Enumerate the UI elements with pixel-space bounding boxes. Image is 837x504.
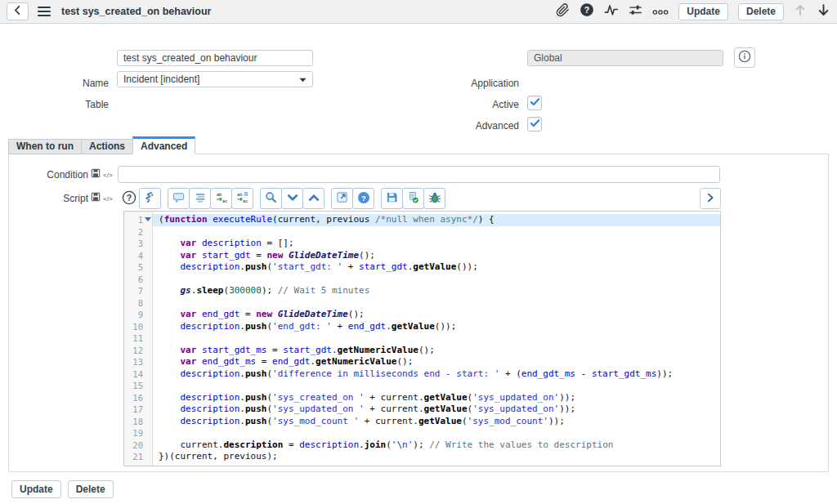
replace-all-button[interactable]: abac [231, 188, 253, 209]
open-window-icon [336, 191, 348, 206]
header-delete-button[interactable]: Delete [738, 3, 784, 20]
more-options-button[interactable] [652, 4, 669, 19]
line-number: 9 [124, 309, 152, 321]
code-line[interactable] [153, 427, 720, 439]
editor-help-button[interactable]: ? [352, 188, 374, 209]
code-line[interactable]: })(current, previous); [153, 451, 720, 463]
code-line[interactable]: (function executeRule(current, previous … [153, 214, 720, 226]
format-code-button[interactable] [189, 188, 211, 209]
table-select[interactable]: Incident [incident] [117, 71, 313, 87]
code-line[interactable]: var end_gdt = new GlideDateTime(); [153, 309, 720, 321]
context-menu-button[interactable] [36, 5, 52, 19]
header-update-button[interactable]: Update [678, 3, 728, 20]
expand-toolbar-button[interactable] [700, 188, 721, 209]
comment-button[interactable] [168, 188, 190, 209]
find-previous-icon [308, 192, 320, 206]
script-label: Script </> [15, 192, 116, 204]
svg-text:ac: ac [222, 198, 227, 203]
checkmark-icon [529, 96, 541, 111]
debug-icon [428, 191, 441, 207]
tab-actions[interactable]: Actions [81, 139, 133, 154]
open-window-button[interactable] [331, 188, 353, 209]
header-actions: ? Update Delete [556, 2, 830, 20]
save-icon [386, 191, 398, 206]
line-number: 14 [124, 368, 152, 381]
line-number: 15 [124, 380, 152, 392]
code-line[interactable]: description.push('sys_updated_on ' + cur… [153, 404, 720, 416]
arrow-down-button[interactable] [817, 3, 830, 20]
help-outline-button[interactable]: ? [118, 188, 140, 209]
name-input[interactable] [117, 50, 313, 66]
code-line[interactable]: description.push('end_gdt: ' + end_gdt.g… [153, 321, 720, 333]
arrow-down-icon [817, 3, 830, 20]
line-number: 10 [124, 321, 152, 333]
line-number: 19 [124, 427, 152, 439]
condition-label: Condition </> [15, 168, 116, 181]
tab-when-to-run[interactable]: When to run [8, 139, 82, 154]
advanced-checkbox[interactable] [527, 117, 542, 132]
advanced-label: Advanced [419, 120, 519, 132]
code-line[interactable] [153, 332, 720, 345]
name-label: Name [9, 78, 109, 89]
arrow-up-button[interactable] [794, 3, 807, 20]
line-number-gutter: 123456789101112131415161718192021 [124, 212, 153, 466]
debug-button[interactable] [423, 188, 445, 209]
replace-button[interactable]: abac [210, 188, 232, 209]
tab-advanced[interactable]: Advanced [132, 136, 195, 154]
line-number: 12 [124, 345, 152, 357]
code-line[interactable]: description.push('difference in millisec… [153, 368, 720, 381]
active-label: Active [419, 99, 519, 110]
form-fields: Name Table Incident [incident] Applicati… [0, 24, 837, 139]
line-number: 13 [124, 356, 152, 368]
svg-text:?: ? [361, 193, 366, 202]
svg-text:ac: ac [243, 198, 248, 203]
help-button[interactable]: ? [580, 2, 594, 20]
svg-text:ab: ab [237, 192, 242, 197]
save-button[interactable] [381, 188, 403, 209]
code-line[interactable]: description.push('start_gdt: ' + start_g… [153, 261, 720, 274]
tab-strip: When to runActionsAdvanced [8, 139, 195, 154]
fold-arrow-icon[interactable] [145, 217, 151, 221]
syntax-check-icon [407, 191, 419, 206]
toolbar-group [381, 188, 445, 209]
code-line[interactable] [153, 297, 720, 310]
code-line[interactable]: description.push('sys_created_on ' + cur… [153, 392, 720, 404]
application-info-button[interactable] [734, 47, 755, 68]
personalize-button[interactable] [629, 3, 642, 20]
code-line[interactable] [153, 380, 720, 392]
line-number: 11 [124, 332, 152, 345]
activity-button[interactable] [604, 2, 619, 20]
attachment-button[interactable] [556, 3, 570, 20]
replace-icon: abac [215, 191, 227, 206]
find-next-button[interactable] [281, 188, 303, 209]
record-title: test sys_created_on behaviour [61, 6, 211, 17]
condition-input[interactable] [118, 166, 720, 183]
line-number: 20 [124, 439, 152, 452]
line-number: 2 [124, 226, 152, 239]
footer-update-button[interactable]: Update [11, 480, 61, 498]
syntax-check-button[interactable] [402, 188, 424, 209]
code-line[interactable]: current.description = description.join('… [153, 439, 720, 452]
code-line[interactable]: var description = []; [153, 238, 720, 250]
script-toolbar: ?abacabac? [118, 188, 445, 209]
toolbar-group [260, 188, 325, 209]
application-input [527, 50, 723, 66]
script-editor[interactable]: 123456789101112131415161718192021 (funct… [123, 211, 721, 466]
back-button[interactable] [7, 2, 29, 20]
expand-chevron-icon [705, 192, 716, 206]
active-checkbox[interactable] [527, 96, 542, 110]
code-line[interactable]: var end_gdt_ms = end_gdt.getNumericValue… [153, 356, 720, 368]
application-label: Application [419, 78, 519, 89]
code-area[interactable]: (function executeRule(current, previous … [153, 212, 720, 466]
footer-delete-button[interactable]: Delete [68, 480, 114, 498]
code-line[interactable]: description.push('sys_mod_count ' + curr… [153, 416, 720, 428]
advanced-tab-panel: Condition </> Script </> ?abacabac? 1234… [8, 154, 829, 472]
code-line[interactable]: var start_gdt_ms = start_gdt.getNumericV… [153, 345, 720, 357]
code-line[interactable] [153, 226, 720, 239]
code-line[interactable]: gs.sleep(300000); // Wait 5 minutes [153, 285, 720, 297]
code-line[interactable]: var start_gdt = new GlideDateTime(); [153, 250, 720, 262]
code-line[interactable] [153, 274, 720, 286]
search-button[interactable] [260, 188, 282, 209]
find-previous-button[interactable] [302, 188, 325, 209]
syntax-macro-button[interactable] [139, 188, 161, 209]
